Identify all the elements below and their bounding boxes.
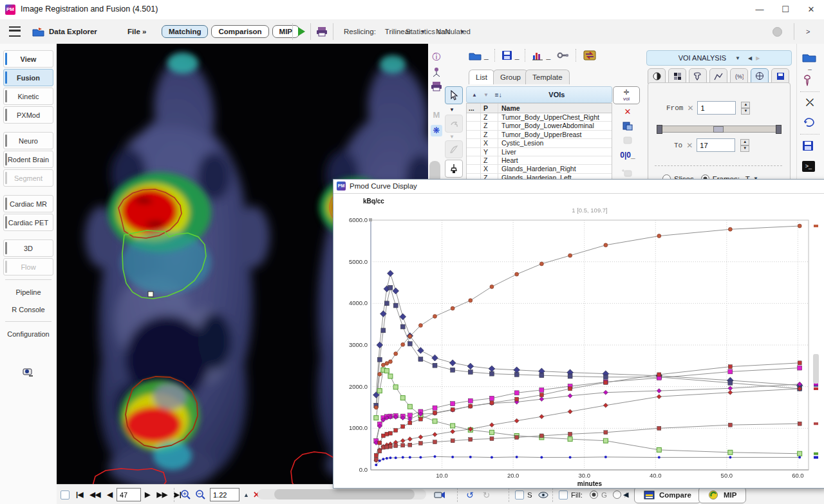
zoom-in-icon[interactable] — [180, 489, 191, 500]
zoom-factor-input[interactable] — [210, 488, 239, 501]
slider-thumb[interactable] — [713, 126, 724, 133]
va-tab-curve[interactable] — [709, 68, 727, 84]
chevron-left-icon[interactable]: ◀ — [748, 55, 752, 61]
data-explorer-button[interactable]: Data Explorer — [32, 19, 97, 44]
voi-row-dots[interactable] — [467, 113, 481, 121]
slider-right-handle[interactable] — [776, 125, 782, 134]
frame-number-input[interactable] — [117, 488, 141, 501]
layout-tree-icon[interactable] — [431, 67, 442, 79]
voi-save-icon[interactable] — [501, 50, 512, 61]
clear-from-icon[interactable]: ✕ — [687, 104, 693, 113]
tab-template[interactable]: Template — [525, 70, 570, 84]
voi-open-icon[interactable] — [469, 50, 482, 61]
voi-row[interactable]: ZHeart — [467, 156, 612, 165]
brush-tool-button[interactable] — [445, 160, 463, 178]
voi-row-dots[interactable] — [467, 122, 481, 129]
sidebar-item-cardiac-pet[interactable]: Cardiac PET — [3, 214, 53, 231]
sort-order-icon[interactable]: ≡↓ — [495, 91, 502, 98]
collapse-left-arrow[interactable]: ◀ — [623, 490, 628, 499]
voi-row[interactable]: ZTumor_Body_UpperBreast — [467, 131, 612, 139]
va-tab-save[interactable] — [771, 68, 789, 84]
movie-icon[interactable] — [434, 490, 445, 499]
from-spinner[interactable]: ▲▼ — [741, 102, 750, 115]
sidebar-item-pipeline[interactable]: Pipeline — [3, 284, 53, 300]
configuration-icon[interactable] — [22, 367, 35, 380]
zoom-out-icon[interactable] — [195, 489, 206, 500]
voi-table-header[interactable]: ... P Name — [467, 104, 612, 113]
print-icon[interactable] — [431, 81, 442, 93]
voi-row[interactable]: YLiver — [467, 148, 612, 156]
jump-back-button[interactable]: ◀◀ — [90, 490, 101, 499]
g-radio[interactable] — [590, 490, 598, 499]
voi-row-name[interactable]: Tumor_Body_LowerAbdominal — [498, 122, 612, 129]
voi-row-dots[interactable] — [467, 156, 481, 164]
va-tab-pin[interactable] — [689, 68, 707, 84]
eye-icon[interactable] — [538, 492, 548, 498]
voi-row-dots[interactable] — [467, 139, 481, 147]
to-input[interactable] — [697, 138, 735, 152]
overlay-checkbox[interactable] — [61, 490, 70, 499]
mip-bottom-button[interactable]: MIP — [698, 487, 746, 503]
tab-group[interactable]: Group — [493, 70, 528, 84]
sidebar-item-cardiac-mr[interactable]: Cardiac MR — [3, 195, 53, 212]
voi-edit-handle[interactable] — [148, 292, 153, 297]
col-p[interactable]: P — [481, 104, 498, 113]
sidebar-item-fusion[interactable]: Fusion — [3, 69, 53, 86]
voi-copy-icon[interactable] — [617, 121, 639, 133]
clear-all-icon[interactable]: ⤫ — [802, 97, 818, 111]
voi-row[interactable]: XGlands_Harderian_Right — [467, 165, 612, 173]
voi-row-name[interactable]: Cystic_Lesion — [498, 139, 612, 147]
printer-icon[interactable] — [316, 26, 328, 37]
comparison-button[interactable]: Comparison — [211, 25, 268, 38]
cursor-tool-button[interactable] — [445, 86, 463, 104]
sidebar-item-rodent-brain[interactable]: Rodent Brain — [3, 151, 53, 168]
sidebar-item-neuro[interactable]: Neuro — [3, 132, 53, 149]
voi-row-name[interactable]: Tumor_Body_UpperChest_Right — [498, 113, 612, 121]
voi-row[interactable]: XCystic_Lesion — [467, 139, 612, 147]
hscroll-thumb[interactable] — [274, 489, 415, 499]
console-icon[interactable]: >_ — [802, 161, 815, 172]
matching-button[interactable]: Matching — [162, 25, 208, 38]
reload-icon[interactable] — [802, 116, 818, 130]
voi-row-name[interactable]: Tumor_Body_UpperBreast — [498, 131, 612, 138]
from-input[interactable] — [697, 101, 736, 115]
save-all-icon[interactable] — [802, 140, 818, 154]
sidebar-item-kinetic[interactable]: Kinetic — [3, 88, 53, 105]
voi-row-name[interactable]: Heart — [498, 156, 612, 164]
sort-down-icon[interactable]: ▼ — [483, 92, 489, 98]
voi-analysis-header[interactable]: VOI ANALYSIS ▼ ◀ ▶ — [646, 50, 792, 66]
curve-scrollbar[interactable] — [813, 354, 819, 384]
frame-range-slider[interactable] — [657, 126, 781, 133]
close-button[interactable]: ✕ — [798, 0, 824, 19]
sidebar-item-view[interactable]: View — [3, 50, 53, 68]
s-checkbox[interactable] — [515, 490, 524, 499]
col-dots[interactable]: ... — [467, 104, 481, 113]
clear-to-icon[interactable]: ✕ — [686, 141, 693, 150]
voi-row-name[interactable]: Glands_Harderian_Right — [498, 165, 612, 173]
info-icon[interactable]: ⓘ — [431, 51, 442, 63]
fill-checkbox[interactable] — [559, 490, 568, 499]
menu-button[interactable] — [9, 19, 21, 44]
voi-delete-icon[interactable]: ✕ — [617, 107, 639, 117]
va-tab-contrast[interactable] — [648, 68, 666, 84]
compare-button[interactable]: Compare — [634, 487, 701, 503]
voi-row[interactable]: ZTumor_Body_UpperChest_Right — [467, 113, 612, 122]
image-hscrollbar[interactable] — [258, 489, 426, 499]
chevron-down-icon[interactable]: ▼ — [735, 55, 740, 61]
voi-mirror-icon[interactable]: 0|0_ — [617, 151, 639, 160]
va-tab-range[interactable] — [751, 68, 769, 84]
voi-link-icon[interactable] — [557, 51, 570, 60]
sidebar-item-r-console[interactable]: R Console — [3, 301, 53, 317]
voi-row[interactable]: ZTumor_Body_LowerAbdominal — [467, 122, 612, 130]
sidebar-item-pxmod[interactable]: PXMod — [3, 106, 53, 124]
undo-icon[interactable]: ↺ — [466, 490, 474, 500]
play-icon[interactable] — [298, 27, 305, 36]
voi-row-dots[interactable] — [467, 165, 481, 173]
va-tab-layout[interactable] — [668, 68, 686, 84]
prev-frame-button[interactable]: ◀ — [107, 490, 112, 499]
sidebar-item-flow[interactable]: Flow — [3, 258, 53, 275]
sidebar-item-segment[interactable]: Segment — [3, 169, 53, 187]
first-frame-button[interactable]: |◀ — [76, 490, 84, 499]
col-name[interactable]: Name — [498, 104, 612, 113]
file-menu[interactable]: File » — [127, 19, 146, 44]
